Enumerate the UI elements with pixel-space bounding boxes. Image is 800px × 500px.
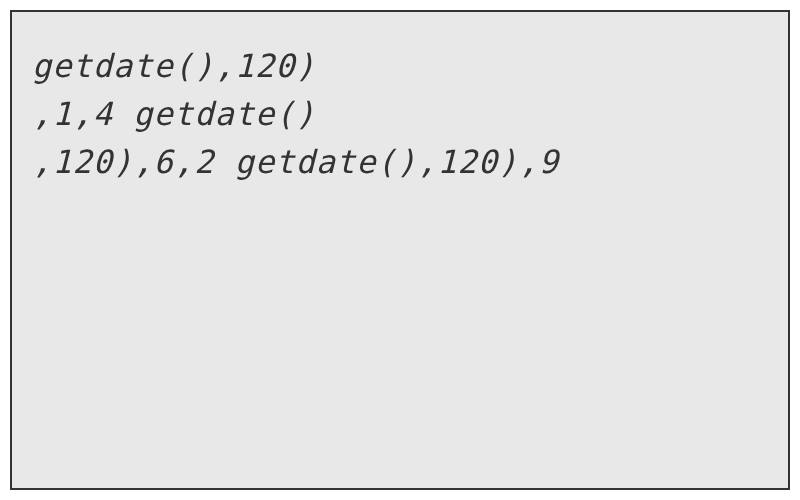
content-frame: getdate(),120) ,1,4 getdate() ,120),6,2 …: [10, 10, 790, 490]
text-line-1: getdate(),120): [32, 42, 768, 90]
text-line-3: ,120),6,2 getdate(),120),9: [32, 138, 768, 186]
text-line-2: ,1,4 getdate(): [32, 90, 768, 138]
text-container: getdate(),120) ,1,4 getdate() ,120),6,2 …: [32, 42, 768, 186]
